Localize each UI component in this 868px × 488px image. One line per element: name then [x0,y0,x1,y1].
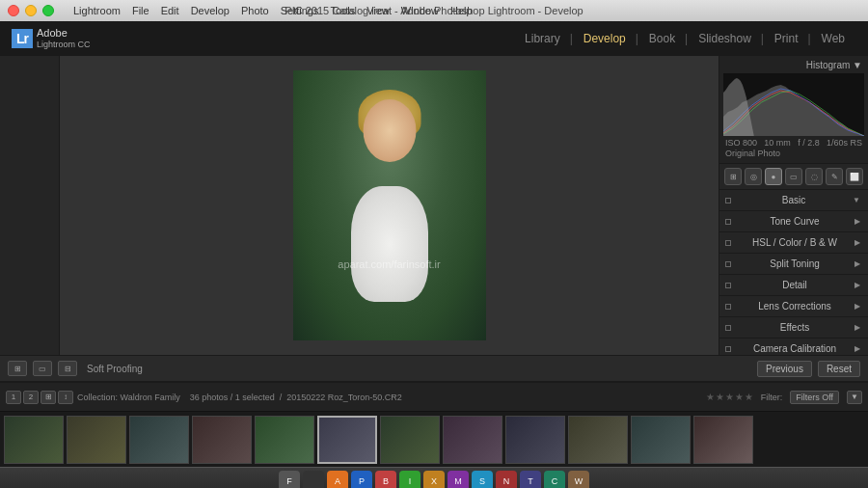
view-grid-btn[interactable]: ⊞ [8,361,27,376]
main-photo [293,70,486,340]
minimize-button[interactable] [25,5,37,16]
thumbnail-3[interactable] [129,416,189,464]
dock-icon-9[interactable]: T [520,471,541,489]
view-survey-btn[interactable]: ⊟ [58,361,77,376]
histogram-title[interactable]: Histogram ▼ [723,60,864,70]
hsl-header[interactable]: HSL / Color / B & W ▶ [719,232,868,253]
nav-modules: Library Develop Book Slideshow Print Web [513,28,856,49]
sort-btn[interactable]: ↕ [58,391,73,404]
menu-file[interactable]: File [132,5,149,16]
star-1[interactable]: ★ [706,392,715,402]
detail-header[interactable]: Detail ▶ [719,275,868,295]
effects-toggle[interactable]: ▶ [854,323,860,332]
thumbnail-10[interactable] [568,416,628,464]
nav-print[interactable]: Print [763,28,810,49]
brush-tool[interactable]: ✎ [826,168,843,185]
thumbnail-9[interactable] [505,416,565,464]
window-controls[interactable] [8,5,54,16]
star-5[interactable]: ★ [745,392,753,402]
dock-icon-5[interactable]: X [423,471,445,489]
star-4[interactable]: ★ [735,392,744,402]
basic-header[interactable]: Basic ▼ [719,190,868,210]
view-compare-btn[interactable]: ▭ [33,361,52,376]
hsl-section: HSL / Color / B & W ▶ [719,232,868,254]
dock-icon-11[interactable]: W [568,471,589,489]
thumbnail-5[interactable] [255,416,314,464]
mac-dock: F A P B I X M S N T C W [0,467,868,488]
maximize-button[interactable] [42,5,54,16]
thumbnail-7[interactable] [380,416,440,464]
radial-tool[interactable]: ◌ [805,168,823,185]
nav-book[interactable]: Book [637,28,687,49]
reset-button[interactable]: Reset [818,361,860,377]
basic-toggle[interactable]: ▼ [853,196,860,204]
dock-icon-7[interactable]: S [472,471,493,489]
dock-icon-3[interactable]: B [375,471,396,489]
left-panel [0,56,60,355]
close-button[interactable] [8,5,19,16]
brand-text: Adobe Lightroom CC [37,27,91,50]
star-rating: ★ ★ ★ ★ ★ [706,392,753,402]
dock-icon-2[interactable]: P [351,471,372,489]
nav-slideshow[interactable]: Slideshow [687,28,763,49]
camera-calibration-toggle[interactable]: ▶ [854,344,860,353]
previous-button[interactable]: Previous [757,361,812,377]
split-toning-label: Split Toning [770,258,820,269]
lens-corrections-label: Lens Corrections [758,301,831,312]
nav-btn-2[interactable]: 2 [23,391,39,404]
star-2[interactable]: ★ [716,392,724,402]
soft-proofing-label: Soft Proofing [87,364,143,374]
menu-edit[interactable]: Edit [161,5,179,16]
menu-lightroom[interactable]: Lightroom [73,5,121,16]
spot-tool[interactable]: ◎ [745,168,762,185]
dock-icon-1[interactable]: A [327,471,348,489]
thumbnail-6-selected[interactable] [317,416,377,464]
range-mask[interactable]: ⬜ [846,168,863,185]
grid-view-btn[interactable]: ⊞ [41,391,56,404]
star-3[interactable]: ★ [725,392,734,402]
thumbnail-12[interactable] [693,416,753,464]
detail-toggle[interactable]: ▶ [854,281,860,289]
dock-icon-8[interactable]: N [496,471,517,489]
crop-tool[interactable]: ⊞ [724,168,742,185]
nav-develop[interactable]: Develop [572,28,637,49]
filmstrip-expand-btn[interactable]: ▼ [847,391,862,404]
dock-icon-10[interactable]: C [544,471,565,489]
effects-header[interactable]: Effects ▶ [719,317,868,338]
lens-corrections-section: Lens Corrections ▶ [719,296,868,317]
menu-photo[interactable]: Photo [241,5,269,16]
camera-calibration-header[interactable]: Camera Calibration ▶ [719,339,868,355]
lens-corrections-toggle[interactable]: ▶ [854,302,860,311]
original-photo-label: Original Photo [723,148,864,159]
dock-icon-spacer [303,471,324,489]
collection-info: Collection: Waldron Family [77,393,180,402]
thumbnail-1[interactable] [4,416,64,464]
thumbnail-8[interactable] [443,416,502,464]
split-toning-section: Split Toning ▶ [719,254,868,275]
nav-library[interactable]: Library [513,28,572,49]
basic-label: Basic [782,195,805,205]
nav-web[interactable]: Web [810,28,856,49]
redeye-tool[interactable]: ● [765,168,782,185]
split-toning-header[interactable]: Split Toning ▶ [719,254,868,274]
grad-tool[interactable]: ▭ [785,168,802,185]
thumbnail-2[interactable] [67,416,126,464]
dock-icon-6[interactable]: M [448,471,469,489]
tone-curve-header[interactable]: Tone Curve ▶ [719,211,868,231]
basic-section: Basic ▼ [719,190,868,211]
hsl-toggle[interactable]: ▶ [854,238,860,247]
brand-adobe: Adobe [37,27,91,40]
histogram-chart [723,73,864,136]
photos-count: 36 photos / 1 selected [190,393,275,402]
tone-curve-toggle[interactable]: ▶ [854,217,860,226]
menu-develop[interactable]: Develop [191,5,230,16]
photo-container [293,70,486,340]
thumbnail-4[interactable] [192,416,252,464]
nav-btn-1[interactable]: 1 [6,391,21,404]
dock-icon-finder[interactable]: F [279,471,300,489]
dock-icon-4[interactable]: I [399,471,420,489]
thumbnail-11[interactable] [631,416,691,464]
lens-corrections-header[interactable]: Lens Corrections ▶ [719,296,868,316]
split-toning-toggle[interactable]: ▶ [854,259,860,268]
filters-off-button[interactable]: Filters Off [790,391,839,404]
